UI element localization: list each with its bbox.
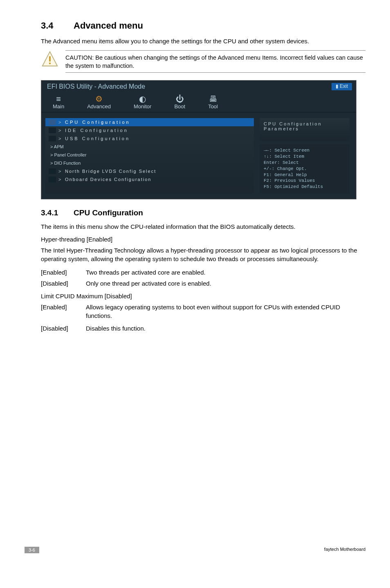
chevron-right-icon: > (58, 136, 63, 141)
bios-info-panel: CPU Configuration Parameters (260, 118, 350, 141)
footer-brand: faytech Motherboard (324, 547, 365, 553)
setting-hyperthreading-desc: The Intel Hyper-Threading Technology all… (41, 246, 365, 263)
tab-main[interactable]: ≡Main (41, 92, 76, 112)
option-value: Disables this function. (86, 324, 146, 333)
svg-rect-1 (49, 56, 51, 62)
menu-apm[interactable]: > APM (45, 143, 254, 151)
option-key: [Enabled] (41, 303, 86, 320)
option-key: [Disabled] (41, 324, 86, 333)
chevron-right-icon: > (58, 169, 63, 174)
tool-icon: 🖶 (208, 94, 218, 103)
setting-cpuid-title: Limit CPUID Maximum [Disabled] (41, 293, 365, 300)
option-row: [Disabled] Only one thread per activated… (41, 279, 365, 288)
square-icon (49, 177, 56, 182)
chevron-right-icon: > (58, 177, 63, 182)
bios-key-hints: →←: Select Screen ↑↓: Select Item Enter:… (260, 144, 350, 193)
chevron-right-icon: > (58, 120, 63, 125)
subsection-intro: The items in this menu show the CPU-rela… (41, 222, 365, 231)
list-icon: ≡ (53, 94, 64, 103)
tab-advanced[interactable]: ⚙Advanced (76, 92, 122, 112)
bios-screenshot: EFI BIOS Utility - Advanced Mode ▮ Exit … (41, 80, 356, 199)
chevron-right-icon: > (58, 128, 63, 133)
caution-text: CAUTION: Be cautious when changing the s… (65, 50, 365, 73)
bios-title: EFI BIOS Utility - Advanced Mode (47, 83, 145, 90)
svg-rect-2 (49, 63, 51, 64)
tab-monitor[interactable]: ◐Monitor (122, 92, 163, 112)
page-number: 3-6 (25, 547, 39, 553)
gauge-icon: ◐ (134, 94, 151, 103)
section-number: 3.4 (41, 20, 74, 31)
option-key: [Enabled] (41, 268, 86, 277)
tab-boot[interactable]: ⏻Boot (163, 92, 197, 112)
bios-tab-bar: ≡Main ⚙Advanced ◐Monitor ⏻Boot 🖶Tool (41, 92, 356, 112)
section-heading: 3.4Advanced menu (41, 20, 365, 31)
hint-line: ↑↓: Select Item (264, 154, 345, 160)
hint-line: Enter: Select (264, 160, 345, 166)
warning-icon (41, 50, 59, 68)
hint-line: →←: Select Screen (264, 148, 345, 154)
hint-line: +/-: Change Opt. (264, 166, 345, 172)
square-icon (49, 119, 56, 125)
menu-usb-configuration[interactable]: >USB Configuration (45, 134, 254, 143)
menu-panel-controller[interactable]: > Panel Controller (45, 151, 254, 159)
option-value: Two threads per activated core are enabl… (86, 268, 206, 277)
setting-hyperthreading-title: Hyper-threading [Enabled] (41, 236, 365, 243)
bios-menu-list: >CPU Configuration >IDE Configuration >U… (45, 118, 254, 193)
hint-line: F2: Previous Values (264, 178, 345, 184)
caution-block: CAUTION: Be cautious when changing the s… (41, 50, 365, 73)
page-footer: 3-6 faytech Motherboard (0, 547, 390, 553)
option-value: Allows legacy operating systems to boot … (86, 303, 365, 320)
section-title: Advanced menu (74, 20, 143, 31)
menu-cpu-configuration[interactable]: >CPU Configuration (45, 118, 254, 126)
option-row: [Disabled] Disables this function. (41, 324, 365, 333)
square-icon (49, 136, 56, 141)
option-row: [Enabled] Allows legacy operating system… (41, 303, 365, 320)
hint-line: F1: General Help (264, 172, 345, 178)
hint-line: F5: Optimized Defaults (264, 184, 345, 190)
menu-onboard-devices[interactable]: >Onboard Devices Configuration (45, 175, 254, 183)
intro-paragraph: The Advanced menu items allow you to cha… (41, 37, 365, 45)
subsection-heading: 3.4.1CPU Configuration (41, 208, 365, 217)
tab-tool[interactable]: 🖶Tool (197, 92, 229, 112)
gear-icon: ⚙ (87, 94, 111, 103)
bios-exit-button[interactable]: ▮ Exit (332, 83, 352, 90)
square-icon (49, 168, 56, 174)
option-key: [Disabled] (41, 279, 86, 288)
option-value: Only one thread per activated core is en… (86, 279, 211, 288)
exit-icon: ▮ (336, 83, 340, 89)
subsection-number: 3.4.1 (41, 208, 74, 217)
menu-ide-configuration[interactable]: >IDE Configuration (45, 126, 254, 134)
menu-dio-function[interactable]: > DIO Function (45, 159, 254, 167)
square-icon (49, 127, 56, 133)
option-row: [Enabled] Two threads per activated core… (41, 268, 365, 277)
menu-lvds-config[interactable]: >North Bridge LVDS Config Select (45, 167, 254, 175)
power-icon: ⏻ (174, 94, 185, 103)
subsection-title: CPU Configuration (74, 208, 143, 217)
